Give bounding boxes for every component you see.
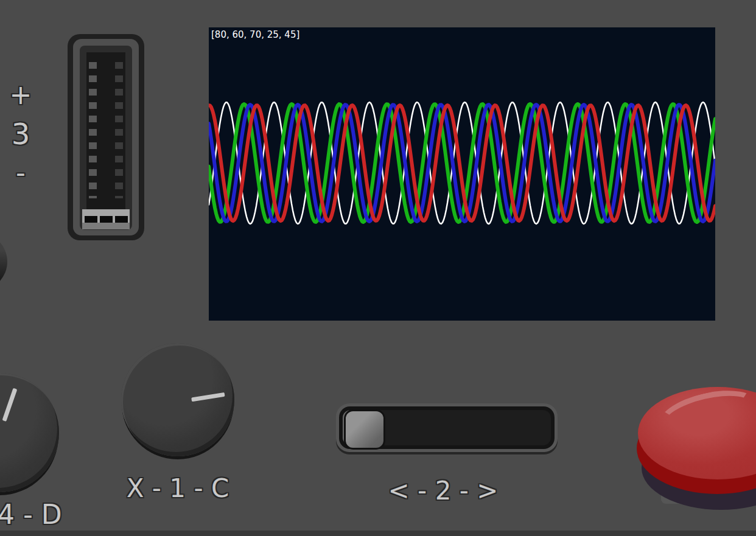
red-button[interactable]	[637, 387, 756, 506]
horizontal-slider-2[interactable]	[336, 403, 558, 452]
knob-4[interactable]	[0, 373, 59, 492]
vertical-fader-3[interactable]	[68, 34, 144, 240]
panel-bottom-edge	[0, 531, 756, 536]
fader-ticks-right	[115, 62, 123, 198]
synth-panel: + 3 - [80, 60, 70, 25, 45] 4 - D X - 1 -…	[0, 0, 756, 536]
fader-handle-grip	[82, 216, 130, 223]
slider-handle[interactable]	[344, 409, 385, 450]
knob-1-pointer	[191, 392, 225, 402]
wave-plot	[209, 27, 715, 321]
fader-ticks-left	[89, 62, 97, 198]
slider-2-label: < - 2 - >	[382, 476, 504, 506]
fader-minus-label: -	[9, 157, 33, 188]
fader-plus-label: +	[9, 79, 33, 110]
knob-4-pointer	[2, 388, 18, 422]
fader-track[interactable]	[86, 52, 125, 224]
screen-readout: [80, 60, 70, 25, 45]	[211, 29, 299, 40]
fader-channel-label: 3	[9, 117, 33, 151]
oscilloscope-screen: [80, 60, 70, 25, 45]	[209, 27, 715, 321]
fader-handle[interactable]	[82, 209, 130, 229]
knob-4-label: 4 - D	[0, 499, 62, 530]
knob-1-label: X - 1 - C	[117, 473, 239, 503]
knob-partial-edge[interactable]	[0, 232, 7, 291]
knob-1[interactable]	[121, 343, 234, 456]
